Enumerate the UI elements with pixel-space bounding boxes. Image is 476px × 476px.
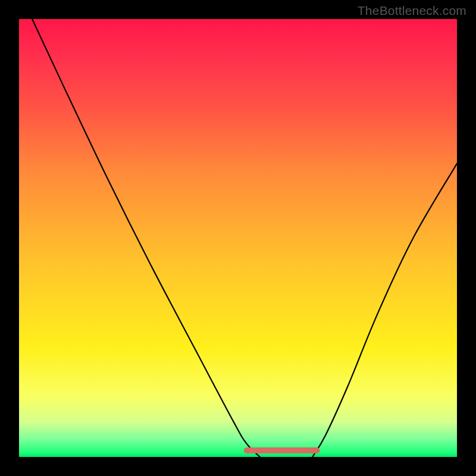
plot-area (19, 19, 457, 457)
left-v-curve (32, 19, 260, 457)
curves-svg (19, 19, 457, 457)
watermark-text: TheBottleneck.com (358, 4, 466, 18)
chart-stage: TheBottleneck.com (0, 0, 476, 476)
right-v-curve (312, 164, 457, 457)
